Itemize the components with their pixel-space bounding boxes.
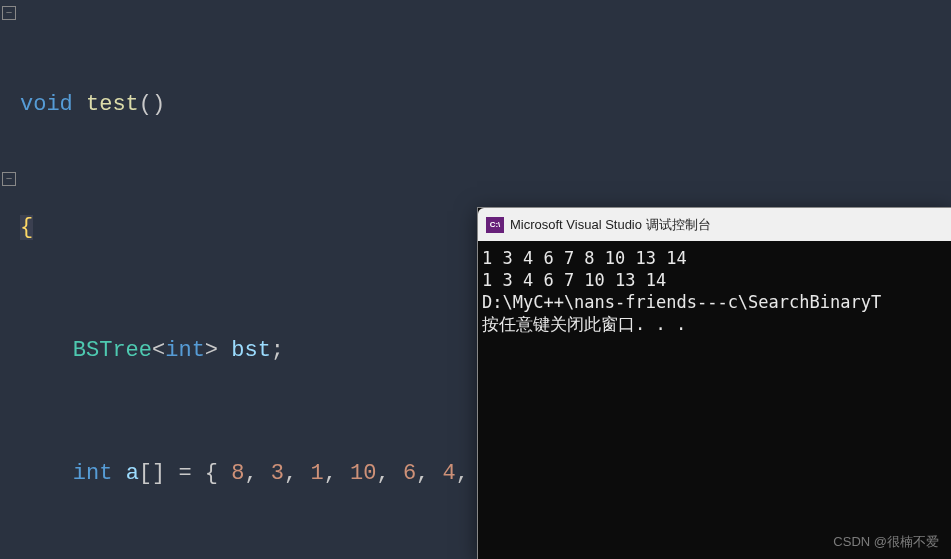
- function-name: test: [86, 92, 139, 117]
- console-line: 按任意键关闭此窗口. . .: [482, 313, 947, 335]
- console-line: 1 3 4 6 7 8 10 13 14: [482, 247, 947, 269]
- keyword-void: void: [20, 92, 73, 117]
- console-output[interactable]: 1 3 4 6 7 8 10 13 141 3 4 6 7 10 13 14D:…: [478, 241, 951, 341]
- variable: bst: [231, 338, 271, 363]
- fold-toggle-icon[interactable]: −: [2, 172, 16, 186]
- watermark: CSDN @很楠不爱: [833, 533, 939, 551]
- console-app-icon: C:\: [486, 217, 504, 233]
- console-line: D:\MyC++\nans-friends---c\SearchBinaryT: [482, 291, 947, 313]
- code-line: void test(): [20, 84, 951, 125]
- gutter: − −: [0, 0, 20, 559]
- parens: (): [139, 92, 165, 117]
- fold-toggle-icon[interactable]: −: [2, 6, 16, 20]
- type-name: BSTree: [73, 338, 152, 363]
- debug-console-window[interactable]: C:\ Microsoft Visual Studio 调试控制台 1 3 4 …: [477, 207, 951, 559]
- console-titlebar[interactable]: C:\ Microsoft Visual Studio 调试控制台: [478, 208, 951, 241]
- brace-open: {: [20, 215, 33, 240]
- console-line: 1 3 4 6 7 10 13 14: [482, 269, 947, 291]
- console-title: Microsoft Visual Studio 调试控制台: [510, 216, 711, 234]
